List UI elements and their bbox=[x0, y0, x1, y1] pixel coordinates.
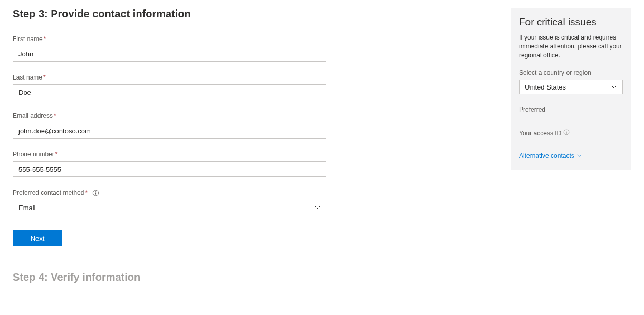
svg-point-1 bbox=[95, 192, 96, 192]
last-name-input[interactable] bbox=[13, 84, 326, 100]
phone-input[interactable] bbox=[13, 161, 326, 177]
country-label: Select a country or region bbox=[519, 69, 623, 76]
first-name-input[interactable] bbox=[13, 46, 326, 62]
email-field: Email address* bbox=[13, 112, 326, 139]
email-label: Email address* bbox=[13, 112, 56, 120]
panel-title: For critical issues bbox=[519, 16, 623, 28]
info-icon[interactable] bbox=[92, 190, 99, 196]
required-asterisk: * bbox=[54, 112, 56, 120]
country-select[interactable]: United States bbox=[519, 80, 623, 94]
contact-method-field: Preferred contact method* Email bbox=[13, 189, 326, 215]
chevron-down-icon bbox=[611, 84, 617, 90]
critical-issues-panel: For critical issues If your issue is cri… bbox=[511, 8, 631, 170]
required-asterisk: * bbox=[43, 74, 46, 81]
preferred-label: Preferred bbox=[519, 106, 623, 113]
step3-heading: Step 3: Provide contact information bbox=[13, 8, 326, 20]
alternative-contacts-link[interactable]: Alternative contacts bbox=[519, 152, 582, 160]
svg-rect-5 bbox=[566, 132, 567, 134]
required-asterisk: * bbox=[55, 151, 58, 158]
access-id-row: Your access ID bbox=[519, 129, 623, 137]
chevron-down-icon bbox=[576, 153, 582, 159]
contact-form: Step 3: Provide contact information Firs… bbox=[13, 8, 326, 283]
country-value: United States bbox=[525, 83, 566, 91]
required-asterisk: * bbox=[44, 35, 46, 43]
email-input[interactable] bbox=[13, 123, 326, 139]
phone-label: Phone number* bbox=[13, 151, 57, 158]
last-name-field: Last name* bbox=[13, 73, 326, 100]
svg-point-4 bbox=[566, 131, 567, 131]
first-name-label: First name* bbox=[13, 35, 46, 43]
svg-rect-2 bbox=[95, 193, 96, 195]
contact-method-value: Email bbox=[18, 204, 36, 212]
chevron-down-icon bbox=[314, 204, 321, 211]
info-icon[interactable] bbox=[563, 129, 570, 137]
required-asterisk: * bbox=[85, 189, 88, 196]
contact-method-select[interactable]: Email bbox=[13, 200, 326, 215]
access-id-label: Your access ID bbox=[519, 130, 561, 137]
next-button[interactable]: Next bbox=[13, 230, 62, 246]
alternative-contacts-label: Alternative contacts bbox=[519, 152, 574, 160]
phone-field: Phone number* bbox=[13, 150, 326, 177]
step4-heading: Step 4: Verify information bbox=[13, 271, 326, 283]
panel-description: If your issue is critical and requires i… bbox=[519, 33, 623, 60]
last-name-label: Last name* bbox=[13, 74, 46, 81]
first-name-field: First name* bbox=[13, 35, 326, 62]
contact-method-label: Preferred contact method* bbox=[13, 189, 99, 196]
